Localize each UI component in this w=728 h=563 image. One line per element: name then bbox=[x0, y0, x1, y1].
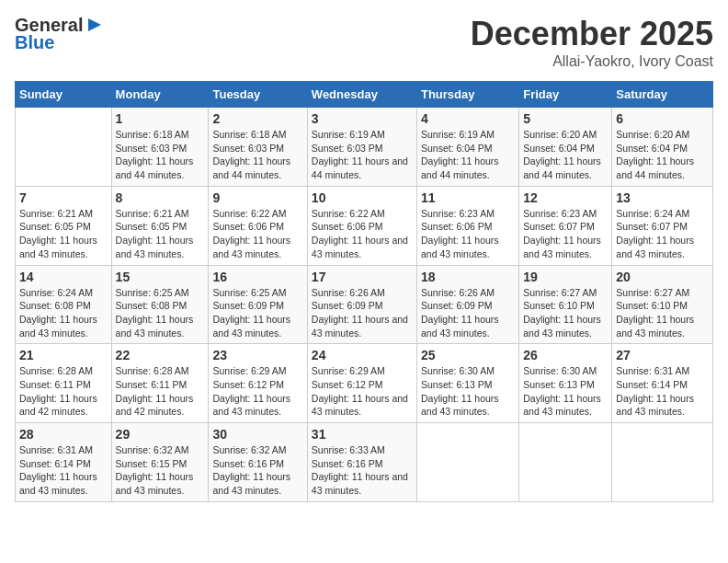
table-row: 10 Sunrise: 6:22 AMSunset: 6:06 PMDaylig… bbox=[307, 186, 416, 265]
calendar-week-row: 21 Sunrise: 6:28 AMSunset: 6:11 PMDaylig… bbox=[16, 344, 713, 423]
day-number: 21 bbox=[19, 348, 108, 362]
table-row: 17 Sunrise: 6:26 AMSunset: 6:09 PMDaylig… bbox=[307, 265, 416, 344]
table-row bbox=[16, 108, 112, 187]
table-row: 25 Sunrise: 6:30 AMSunset: 6:13 PMDaylig… bbox=[416, 344, 518, 423]
calendar-subtitle: Allai-Yaokro, Ivory Coast bbox=[471, 53, 713, 70]
day-number: 4 bbox=[421, 111, 515, 126]
calendar-header-row: Sunday Monday Tuesday Wednesday Thursday… bbox=[16, 82, 713, 108]
logo: General Blue bbox=[15, 15, 105, 53]
day-info: Sunrise: 6:20 AMSunset: 6:04 PMDaylight:… bbox=[523, 129, 601, 180]
table-row: 9 Sunrise: 6:22 AMSunset: 6:06 PMDayligh… bbox=[209, 186, 307, 265]
col-monday: Monday bbox=[111, 82, 209, 108]
svg-marker-0 bbox=[88, 18, 101, 31]
calendar-table: Sunday Monday Tuesday Wednesday Thursday… bbox=[15, 81, 713, 502]
day-info: Sunrise: 6:26 AMSunset: 6:09 PMDaylight:… bbox=[421, 287, 499, 339]
day-number: 13 bbox=[616, 190, 709, 205]
day-number: 23 bbox=[212, 348, 302, 362]
day-info: Sunrise: 6:31 AMSunset: 6:14 PMDaylight:… bbox=[19, 444, 97, 496]
day-info: Sunrise: 6:27 AMSunset: 6:10 PMDaylight:… bbox=[616, 287, 694, 339]
title-block: December 2025 Allai-Yaokro, Ivory Coast bbox=[471, 15, 713, 70]
day-number: 2 bbox=[212, 111, 302, 126]
table-row: 12 Sunrise: 6:23 AMSunset: 6:07 PMDaylig… bbox=[519, 186, 612, 265]
day-number: 15 bbox=[116, 270, 205, 284]
day-info: Sunrise: 6:33 AMSunset: 6:16 PMDaylight:… bbox=[312, 444, 408, 496]
day-info: Sunrise: 6:27 AMSunset: 6:10 PMDaylight:… bbox=[523, 287, 601, 339]
col-sunday: Sunday bbox=[16, 82, 112, 108]
day-number: 5 bbox=[523, 111, 608, 126]
day-number: 30 bbox=[212, 427, 302, 442]
table-row: 11 Sunrise: 6:23 AMSunset: 6:06 PMDaylig… bbox=[416, 186, 518, 265]
day-number: 18 bbox=[421, 270, 515, 284]
day-number: 16 bbox=[212, 270, 302, 284]
day-info: Sunrise: 6:19 AMSunset: 6:03 PMDaylight:… bbox=[312, 129, 408, 180]
table-row: 28 Sunrise: 6:31 AMSunset: 6:14 PMDaylig… bbox=[16, 423, 112, 502]
day-info: Sunrise: 6:24 AMSunset: 6:08 PMDaylight:… bbox=[19, 287, 97, 339]
col-friday: Friday bbox=[519, 82, 612, 108]
day-number: 3 bbox=[312, 111, 413, 126]
day-number: 9 bbox=[212, 190, 302, 205]
day-number: 24 bbox=[312, 348, 413, 362]
day-number: 1 bbox=[116, 111, 205, 126]
day-info: Sunrise: 6:28 AMSunset: 6:11 PMDaylight:… bbox=[116, 365, 194, 417]
day-number: 17 bbox=[312, 270, 413, 284]
day-info: Sunrise: 6:29 AMSunset: 6:12 PMDaylight:… bbox=[212, 365, 290, 417]
day-info: Sunrise: 6:21 AMSunset: 6:05 PMDaylight:… bbox=[116, 208, 194, 259]
table-row: 30 Sunrise: 6:32 AMSunset: 6:16 PMDaylig… bbox=[209, 423, 307, 502]
day-number: 12 bbox=[523, 190, 608, 205]
table-row bbox=[612, 423, 713, 502]
table-row: 5 Sunrise: 6:20 AMSunset: 6:04 PMDayligh… bbox=[519, 108, 612, 187]
day-info: Sunrise: 6:32 AMSunset: 6:16 PMDaylight:… bbox=[212, 444, 290, 496]
day-info: Sunrise: 6:21 AMSunset: 6:05 PMDaylight:… bbox=[19, 208, 97, 259]
day-number: 10 bbox=[312, 190, 413, 205]
day-number: 22 bbox=[116, 348, 205, 362]
calendar-week-row: 28 Sunrise: 6:31 AMSunset: 6:14 PMDaylig… bbox=[16, 423, 713, 502]
day-info: Sunrise: 6:30 AMSunset: 6:13 PMDaylight:… bbox=[523, 365, 601, 417]
day-number: 28 bbox=[19, 427, 108, 442]
table-row: 24 Sunrise: 6:29 AMSunset: 6:12 PMDaylig… bbox=[307, 344, 416, 423]
day-info: Sunrise: 6:23 AMSunset: 6:07 PMDaylight:… bbox=[523, 208, 601, 259]
table-row: 18 Sunrise: 6:26 AMSunset: 6:09 PMDaylig… bbox=[416, 265, 518, 344]
table-row: 16 Sunrise: 6:25 AMSunset: 6:09 PMDaylig… bbox=[209, 265, 307, 344]
table-row: 6 Sunrise: 6:20 AMSunset: 6:04 PMDayligh… bbox=[612, 108, 713, 187]
day-number: 8 bbox=[116, 190, 205, 205]
table-row: 15 Sunrise: 6:25 AMSunset: 6:08 PMDaylig… bbox=[111, 265, 209, 344]
col-thursday: Thursday bbox=[416, 82, 518, 108]
day-info: Sunrise: 6:18 AMSunset: 6:03 PMDaylight:… bbox=[116, 129, 194, 180]
day-info: Sunrise: 6:25 AMSunset: 6:09 PMDaylight:… bbox=[212, 287, 290, 339]
day-info: Sunrise: 6:22 AMSunset: 6:06 PMDaylight:… bbox=[312, 208, 408, 259]
table-row: 27 Sunrise: 6:31 AMSunset: 6:14 PMDaylig… bbox=[612, 344, 713, 423]
day-number: 14 bbox=[19, 270, 108, 284]
calendar-week-row: 7 Sunrise: 6:21 AMSunset: 6:05 PMDayligh… bbox=[16, 186, 713, 265]
day-info: Sunrise: 6:19 AMSunset: 6:04 PMDaylight:… bbox=[421, 129, 499, 180]
table-row: 4 Sunrise: 6:19 AMSunset: 6:04 PMDayligh… bbox=[416, 108, 518, 187]
day-info: Sunrise: 6:32 AMSunset: 6:15 PMDaylight:… bbox=[116, 444, 194, 496]
table-row: 8 Sunrise: 6:21 AMSunset: 6:05 PMDayligh… bbox=[111, 186, 209, 265]
day-info: Sunrise: 6:23 AMSunset: 6:06 PMDaylight:… bbox=[421, 208, 499, 259]
day-number: 20 bbox=[616, 270, 709, 284]
day-info: Sunrise: 6:20 AMSunset: 6:04 PMDaylight:… bbox=[616, 129, 694, 180]
table-row: 22 Sunrise: 6:28 AMSunset: 6:11 PMDaylig… bbox=[111, 344, 209, 423]
day-number: 29 bbox=[116, 427, 205, 442]
table-row: 3 Sunrise: 6:19 AMSunset: 6:03 PMDayligh… bbox=[307, 108, 416, 187]
day-number: 27 bbox=[616, 348, 709, 362]
day-number: 11 bbox=[421, 190, 515, 205]
col-saturday: Saturday bbox=[612, 82, 713, 108]
col-wednesday: Wednesday bbox=[307, 82, 416, 108]
table-row: 2 Sunrise: 6:18 AMSunset: 6:03 PMDayligh… bbox=[209, 108, 307, 187]
table-row: 29 Sunrise: 6:32 AMSunset: 6:15 PMDaylig… bbox=[111, 423, 209, 502]
calendar-week-row: 1 Sunrise: 6:18 AMSunset: 6:03 PMDayligh… bbox=[16, 108, 713, 187]
col-tuesday: Tuesday bbox=[209, 82, 307, 108]
day-number: 6 bbox=[616, 111, 709, 126]
day-info: Sunrise: 6:25 AMSunset: 6:08 PMDaylight:… bbox=[116, 287, 194, 339]
day-number: 7 bbox=[19, 190, 108, 205]
calendar-week-row: 14 Sunrise: 6:24 AMSunset: 6:08 PMDaylig… bbox=[16, 265, 713, 344]
day-info: Sunrise: 6:29 AMSunset: 6:12 PMDaylight:… bbox=[312, 365, 408, 417]
table-row: 26 Sunrise: 6:30 AMSunset: 6:13 PMDaylig… bbox=[519, 344, 612, 423]
day-info: Sunrise: 6:30 AMSunset: 6:13 PMDaylight:… bbox=[421, 365, 499, 417]
logo-blue-text: Blue bbox=[15, 32, 54, 53]
table-row bbox=[416, 423, 518, 502]
table-row: 31 Sunrise: 6:33 AMSunset: 6:16 PMDaylig… bbox=[307, 423, 416, 502]
day-info: Sunrise: 6:31 AMSunset: 6:14 PMDaylight:… bbox=[616, 365, 694, 417]
table-row: 20 Sunrise: 6:27 AMSunset: 6:10 PMDaylig… bbox=[612, 265, 713, 344]
day-number: 19 bbox=[523, 270, 608, 284]
